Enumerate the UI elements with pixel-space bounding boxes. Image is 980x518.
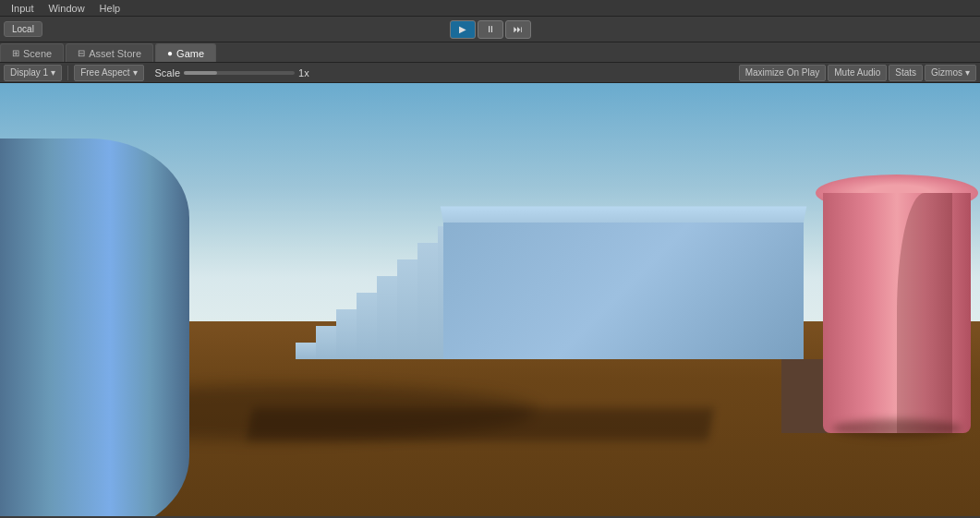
gizmos-label: Gizmos xyxy=(931,67,962,78)
menu-window[interactable]: Window xyxy=(41,0,91,16)
stats-label: Stats xyxy=(895,67,916,78)
stair-2 xyxy=(316,326,336,359)
pause-icon: ⏸ xyxy=(486,24,495,34)
gizmos-arrow-icon: ▾ xyxy=(965,67,970,78)
platform-top-face xyxy=(441,206,807,223)
menu-input[interactable]: Input xyxy=(4,0,41,16)
pink-cylinder xyxy=(823,175,971,433)
tab-asset-label: Asset Store xyxy=(89,48,141,59)
asset-tab-icon: ⊟ xyxy=(78,48,85,58)
pink-cylinder-ground-shadow xyxy=(832,419,962,438)
display-label: Display 1 xyxy=(10,67,48,78)
tab-game-label: Game xyxy=(176,48,204,59)
step-button[interactable]: ⏭ xyxy=(505,20,531,39)
play-icon: ▶ xyxy=(459,24,466,34)
tab-scene-label: Scene xyxy=(23,48,52,59)
tab-asset-store[interactable]: ⊟ Asset Store xyxy=(66,43,153,62)
stair-7 xyxy=(417,243,438,359)
scale-container: Scale 1x xyxy=(155,67,309,78)
tab-scene[interactable]: ⊞ Scene xyxy=(0,43,64,62)
stair-6 xyxy=(397,259,417,359)
stats-button[interactable]: Stats xyxy=(889,65,923,81)
aspect-label: Free Aspect xyxy=(80,67,129,78)
pause-button[interactable]: ⏸ xyxy=(478,20,503,39)
game-tab-icon: ● xyxy=(167,48,173,58)
stair-3 xyxy=(336,309,357,359)
aspect-arrow-icon: ▾ xyxy=(133,67,138,78)
gizmos-button[interactable]: Gizmos ▾ xyxy=(925,65,976,81)
play-button[interactable]: ▶ xyxy=(450,20,476,39)
game-toolbar: Display 1 ▾ Free Aspect ▾ Scale 1x Maxim… xyxy=(0,63,980,83)
staircase-shadow xyxy=(247,408,714,440)
game-viewport xyxy=(0,83,980,516)
menu-bar: Input Window Help xyxy=(0,0,980,17)
menu-help[interactable]: Help xyxy=(92,0,128,16)
stair-4 xyxy=(357,293,377,359)
step-icon: ⏭ xyxy=(514,24,523,34)
scale-slider[interactable] xyxy=(184,71,295,75)
pink-cylinder-body xyxy=(823,193,971,433)
mute-audio-button[interactable]: Mute Audio xyxy=(828,65,887,81)
separator-1 xyxy=(67,66,68,80)
scale-value: 1x xyxy=(298,67,309,78)
scale-slider-fill xyxy=(184,71,217,75)
maximize-on-play-button[interactable]: Maximize On Play xyxy=(739,65,827,81)
local-global-button[interactable]: Local xyxy=(4,21,42,37)
blue-cylinder xyxy=(0,139,189,516)
aspect-button[interactable]: Free Aspect ▾ xyxy=(74,65,143,81)
cylinder-interior-shadow xyxy=(897,193,952,433)
scene-tab-icon: ⊞ xyxy=(12,48,19,58)
stair-5 xyxy=(377,276,397,359)
display-arrow-icon: ▾ xyxy=(51,67,55,78)
tab-bar: ⊞ Scene ⊟ Asset Store ● Game xyxy=(0,42,980,63)
stair-1 xyxy=(296,343,316,359)
tab-game[interactable]: ● Game xyxy=(155,43,216,62)
scale-label: Scale xyxy=(155,67,181,78)
maximize-label: Maximize On Play xyxy=(745,67,820,78)
right-buttons: Maximize On Play Mute Audio Stats Gizmos… xyxy=(739,65,976,81)
toolbar: Local ▶ ⏸ ⏭ xyxy=(0,17,980,42)
playback-controls: ▶ ⏸ ⏭ xyxy=(450,20,531,39)
main-platform xyxy=(443,221,804,359)
mute-label: Mute Audio xyxy=(834,67,880,78)
display-button[interactable]: Display 1 ▾ xyxy=(4,65,62,81)
